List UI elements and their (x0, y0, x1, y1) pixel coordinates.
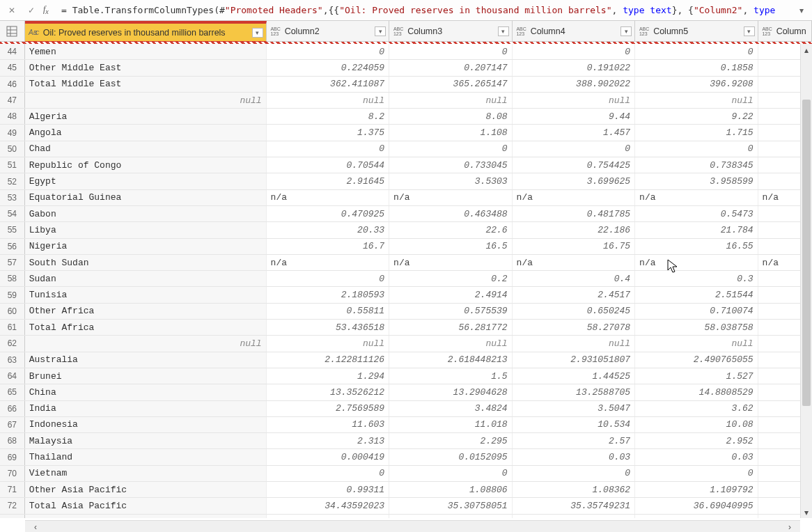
cell-label[interactable]: Egypt (25, 173, 267, 189)
table-row[interactable]: 49Angola1.3751.1081.4571.715 (0, 125, 812, 141)
cell-label[interactable]: Nigeria (25, 239, 267, 254)
cell-value[interactable]: 16.5 (389, 239, 513, 254)
cell-value[interactable]: 2.490765055 (635, 352, 758, 368)
cell-value[interactable]: 10.08 (635, 417, 758, 432)
row-number[interactable]: 48 (0, 109, 25, 124)
row-number[interactable]: 44 (0, 44, 25, 59)
cell-label[interactable]: Indonesia (25, 417, 267, 432)
row-number[interactable]: 54 (0, 206, 25, 221)
table-row[interactable]: 69Thailand0.0004190.01520950.030.03 (0, 449, 812, 465)
cell-value[interactable]: 0 (513, 44, 636, 59)
cell-value[interactable]: 34.43592023 (267, 498, 390, 513)
scroll-up-button[interactable]: ▴ (801, 44, 812, 56)
cell-value[interactable]: 8.2 (267, 109, 390, 124)
column-header-6[interactable]: ABC123 Column (758, 21, 812, 41)
cell-value[interactable]: null (513, 336, 636, 351)
cell-label[interactable]: Yemen (25, 44, 267, 59)
column-header-4[interactable]: ABC123 Column4 ▾ (513, 21, 636, 41)
cell-value[interactable]: 2.122811126 (267, 352, 390, 368)
cell-value[interactable]: 2.180593 (267, 287, 390, 302)
cell-value[interactable]: 2.952 (635, 433, 758, 448)
cell-value[interactable]: 13.2588705 (513, 384, 636, 400)
row-number[interactable]: 62 (0, 336, 25, 351)
formula-cancel-button[interactable]: ✕ (3, 3, 21, 18)
table-row[interactable]: 56Nigeria16.716.516.7516.55 (0, 239, 812, 255)
cell-value[interactable]: 2.7569589 (267, 401, 390, 416)
scroll-down-button[interactable]: ▾ (801, 506, 812, 518)
cell-label[interactable]: null (25, 93, 267, 108)
cell-value[interactable]: 1.457 (513, 125, 636, 140)
cell-value[interactable]: 58.27078 (513, 320, 636, 335)
formula-input[interactable]: = Table.TransformColumnTypes(#"Promoted … (61, 5, 794, 15)
cell-value[interactable]: 0.000419 (267, 449, 390, 464)
cell-value[interactable]: 36.69040995 (635, 498, 758, 513)
cell-value[interactable]: 13.2904628 (389, 384, 513, 400)
table-row[interactable]: 50Chad0000 (0, 141, 812, 157)
table-row[interactable]: 55Libya20.3322.622.18621.784 (0, 222, 812, 238)
cell-value[interactable]: 0.733045 (389, 157, 513, 173)
cell-value[interactable]: 1.527 (635, 368, 758, 384)
cell-label[interactable]: South Sudan (25, 255, 267, 270)
cell-value[interactable]: null (389, 336, 513, 351)
table-row[interactable]: 64Brunei1.2941.51.445251.527 (0, 368, 812, 384)
cell-label[interactable]: Vietnam (25, 466, 267, 481)
cell-value[interactable]: 16.7 (267, 239, 390, 254)
cell-value[interactable]: 1.108 (389, 125, 513, 140)
cell-value[interactable]: 2.4517 (513, 287, 636, 302)
cell-value[interactable]: 16.55 (635, 239, 758, 254)
cell-value[interactable]: 1.375 (267, 125, 390, 140)
cell-value[interactable]: 3.958599 (635, 173, 758, 189)
cell-value[interactable]: 10.534 (513, 417, 636, 432)
cell-value[interactable]: 0.650245 (513, 304, 636, 319)
cell-value[interactable]: 11.603 (267, 417, 390, 432)
cell-label[interactable]: Total Asia Pacific (25, 498, 267, 513)
cell-value[interactable]: 22.6 (389, 222, 513, 237)
cell-value[interactable]: n/a (267, 190, 390, 205)
column-header-2[interactable]: ABC123 Column2 ▾ (267, 21, 390, 41)
cell-value[interactable]: 3.699625 (513, 173, 636, 189)
cell-label[interactable]: Chad (25, 141, 267, 157)
column-filter-button[interactable]: ▾ (620, 26, 632, 36)
cell-value[interactable]: 2.313 (267, 433, 390, 448)
table-row[interactable]: 59Tunisia2.1805932.49142.45172.51544 (0, 287, 812, 303)
cell-value[interactable]: null (389, 93, 513, 108)
cell-value[interactable]: 53.436518 (267, 320, 390, 335)
row-number[interactable]: 56 (0, 239, 25, 254)
row-number[interactable]: 52 (0, 173, 25, 189)
table-row[interactable]: 53Equatorial Guinean/an/an/an/an/a (0, 190, 812, 206)
cell-value[interactable]: null (267, 336, 390, 351)
cell-label[interactable]: Brunei (25, 368, 267, 384)
row-number[interactable]: 65 (0, 384, 25, 400)
cell-value[interactable]: 0.5473 (635, 206, 758, 221)
cell-value[interactable] (389, 515, 513, 518)
cell-value[interactable]: 0.55811 (267, 304, 390, 319)
row-number[interactable]: 67 (0, 417, 25, 432)
table-row[interactable]: 72Total Asia Pacific34.4359202335.307580… (0, 498, 812, 514)
cell-label[interactable]: Australia (25, 352, 267, 368)
table-row[interactable]: 57South Sudann/an/an/an/an/a (0, 255, 812, 271)
cell-value[interactable]: 0.3 (635, 271, 758, 286)
cell-value[interactable] (513, 515, 636, 518)
column-filter-button[interactable]: ▾ (375, 26, 386, 36)
cell-value[interactable]: 1.44525 (513, 368, 636, 384)
cell-value[interactable]: 35.35749231 (513, 498, 636, 513)
cell-value[interactable]: 0.710074 (635, 304, 758, 319)
formula-accept-button[interactable]: ✓ (22, 3, 40, 18)
scroll-right-button[interactable]: › (779, 521, 800, 532)
cell-value[interactable]: 56.281772 (389, 320, 513, 335)
cell-value[interactable]: n/a (513, 255, 636, 270)
cell-value[interactable]: 0.575539 (389, 304, 513, 319)
table-row[interactable]: 52Egypt2.916453.53033.6996253.958599 (0, 173, 812, 189)
cell-value[interactable]: 22.186 (513, 222, 636, 237)
cell-value[interactable]: 0 (267, 44, 390, 59)
cell-value[interactable]: n/a (389, 190, 513, 205)
cell-value[interactable]: 1.08362 (513, 482, 636, 497)
cell-value[interactable]: 0 (389, 141, 513, 157)
cell-label[interactable]: Angola (25, 125, 267, 140)
table-row[interactable]: 58Sudan00.20.40.3 (0, 271, 812, 287)
cell-value[interactable]: 0.481785 (513, 206, 636, 221)
table-row[interactable]: 73 (0, 515, 812, 518)
cell-value[interactable]: 0 (267, 141, 390, 157)
cell-value[interactable]: 2.91645 (267, 173, 390, 189)
cell-value[interactable]: 58.038758 (635, 320, 758, 335)
